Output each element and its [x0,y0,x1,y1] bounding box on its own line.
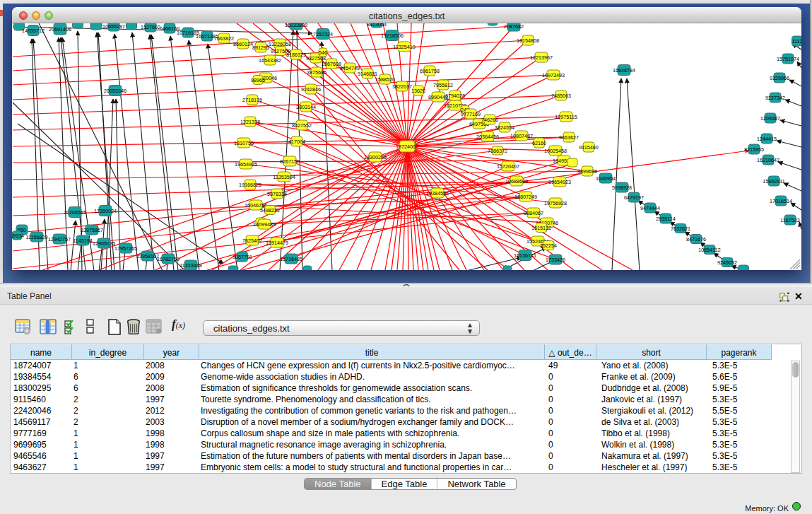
svg-text:12213967: 12213967 [530,54,553,61]
svg-text:8186323: 8186323 [286,52,306,58]
svg-text:2803144: 2803144 [296,104,316,110]
svg-text:12942757: 12942757 [48,236,71,243]
svg-text:8267150: 8267150 [280,158,300,165]
svg-text:2718176: 2718176 [242,97,262,103]
svg-text:2087682: 2087682 [504,23,524,30]
svg-text:14055712: 14055712 [22,28,45,34]
svg-text:19654925: 19654925 [235,161,257,168]
svg-text:19166825: 19166825 [239,182,261,188]
svg-text:6961758: 6961758 [420,68,440,74]
svg-text:18807249: 18807249 [514,194,537,200]
svg-text:19654923: 19654923 [548,179,571,185]
svg-text:16136141: 16136141 [514,252,536,259]
svg-text:15692911: 15692911 [763,178,784,185]
svg-text:3822037: 3822037 [392,83,412,90]
svg-text:10688609: 10688609 [505,178,528,185]
svg-text:9857791: 9857791 [233,254,252,260]
svg-text:11156829: 11156829 [26,234,48,240]
svg-text:5498222: 5498222 [260,207,280,214]
svg-text:15716485: 15716485 [280,256,302,262]
svg-text:5938928: 5938928 [612,185,632,191]
svg-text:9115460: 9115460 [579,144,598,151]
svg-text:98965: 98965 [251,77,265,83]
svg-text:1221338: 1221338 [240,119,260,125]
svg-text:7485063: 7485063 [551,93,571,99]
svg-text:891295: 891295 [252,45,269,51]
svg-text:15720407: 15720407 [497,163,519,170]
svg-text:19384554: 19384554 [426,190,449,197]
svg-text:1733426: 1733426 [546,257,565,263]
svg-text:17359924: 17359924 [94,208,117,214]
svg-text:9884067: 9884067 [524,210,543,216]
svg-text:8454749: 8454749 [340,65,360,71]
svg-text:2935114: 2935114 [656,216,675,222]
svg-text:1112: 1112 [792,38,801,45]
svg-text:8471676: 8471676 [686,236,706,243]
svg-text:16210643: 16210643 [757,157,779,163]
svg-text:20364456: 20364456 [476,134,499,140]
svg-text:7632621: 7632621 [671,226,690,232]
svg-text:9146821: 9146821 [358,71,377,77]
svg-text:12975115: 12975115 [555,114,577,120]
svg-text:417004: 417004 [288,139,305,145]
svg-text:9227342: 9227342 [765,95,785,101]
svg-text:9474444: 9474444 [640,205,660,211]
svg-text:12905135: 12905135 [93,240,115,247]
svg-text:62160: 62160 [532,140,546,146]
svg-text:6794028: 6794028 [445,93,465,99]
svg-text:16914479: 16914479 [266,240,288,246]
svg-text:7955812: 7955812 [433,82,453,88]
svg-text:746266: 746266 [481,117,498,123]
svg-text:3824554: 3824554 [495,124,514,131]
svg-text:7663822: 7663822 [214,35,234,42]
svg-text:16648784: 16648784 [613,67,635,74]
svg-text:19756928: 19756928 [544,200,567,206]
svg-text:18724007: 18724007 [396,144,418,150]
svg-text:10654112: 10654112 [698,247,720,253]
svg-text:9245052: 9245052 [717,259,737,266]
svg-text:5878334: 5878334 [267,191,287,197]
svg-text:17957265: 17957265 [114,245,137,252]
svg-text:11353594: 11353594 [273,174,295,180]
svg-text:6479197: 6479197 [624,194,644,201]
svg-text:9329966: 9329966 [770,75,789,81]
svg-text:17016514: 17016514 [770,198,792,204]
svg-text:10025458: 10025458 [544,148,567,154]
svg-text:13958107: 13958107 [136,253,159,259]
svg-text:10807487: 10807487 [510,133,533,139]
svg-text:10655287: 10655287 [102,23,125,30]
svg-text:19218506: 19218506 [381,33,404,39]
svg-text:16033809: 16033809 [285,23,307,28]
svg-text:252254: 252254 [540,243,557,249]
svg-text:3875685: 3875685 [307,69,326,76]
svg-text:1810755: 1810755 [234,140,254,146]
svg-text:1145194: 1145194 [73,238,92,244]
svg-text:8427552: 8427552 [292,122,312,129]
svg-text:15751074: 15751074 [777,56,799,62]
svg-text:1167533: 1167533 [780,217,799,223]
svg-text:7357224: 7357224 [313,31,333,37]
svg-text:7386372: 7386372 [488,148,507,154]
svg-text:11323448: 11323448 [180,262,201,269]
svg-text:2867608: 2867608 [322,61,341,67]
svg-text:11325419: 11325419 [393,44,415,50]
svg-text:14099489: 14099489 [253,221,276,228]
svg-text:33975867: 33975867 [81,227,103,233]
svg-text:7625402: 7625402 [242,238,262,244]
svg-text:546: 546 [319,49,327,56]
svg-text:8215955: 8215955 [744,146,764,153]
svg-text:9899695: 9899695 [577,168,597,175]
svg-text:9463627: 9463627 [559,134,579,141]
svg-text:16782759: 16782759 [157,256,180,262]
svg-text:10973493: 10973493 [542,72,565,78]
svg-text:18300295: 18300295 [364,154,387,160]
svg-text:9242846: 9242846 [301,86,321,93]
svg-text:16154808: 16154808 [517,37,539,44]
svg-text:13626: 13626 [411,88,425,94]
svg-text:20691406: 20691406 [49,26,71,33]
svg-text:1244415: 1244415 [757,136,777,142]
svg-text:20053346: 20053346 [104,88,126,94]
svg-text:8813054: 8813054 [367,23,387,28]
svg-text:1640954: 1640954 [596,175,616,182]
svg-text:20206565: 20206565 [64,209,86,216]
